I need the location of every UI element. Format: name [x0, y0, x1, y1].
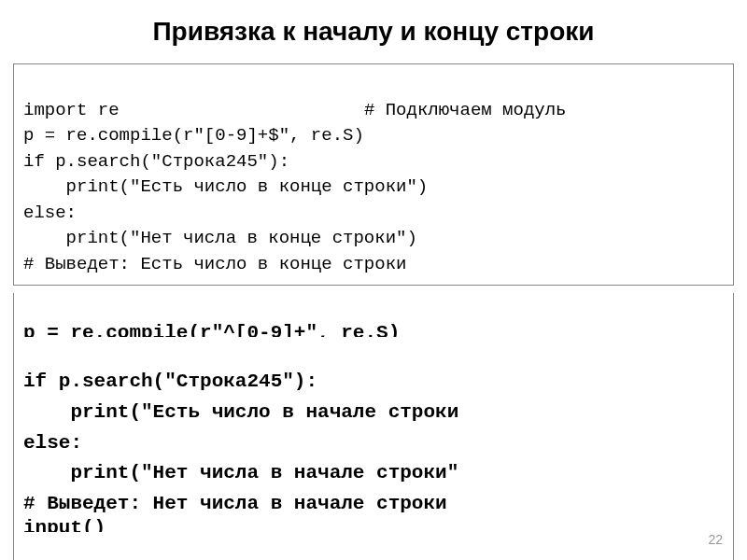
code-line: else:: [23, 203, 77, 223]
code-line: print("Нет числа в начале строки": [23, 462, 458, 483]
code-line: print("Есть число в начале строки: [23, 401, 458, 423]
code-line: p = re.compile(r"[0-9]+$", re.S): [23, 125, 364, 146]
code-line-cut: p = re.compile(r"^[0-9]+", re.S): [23, 322, 400, 337]
code-line: if p.search("Строка245"):: [23, 151, 289, 172]
code-block-1: import re # Подключаем модуль p = re.com…: [13, 63, 734, 286]
code-line: import re # Подключаем модуль: [23, 100, 567, 120]
code-line: print("Нет числа в конце строки"): [23, 228, 417, 248]
slide-title: Привязка к началу и концу строки: [0, 0, 747, 56]
code-line: else:: [23, 432, 82, 454]
code-line: # Выведет: Нет числа в начале строки: [23, 493, 447, 514]
code-block-2: p = re.compile(r"^[0-9]+", re.S) if p.se…: [13, 293, 734, 560]
page-number: 22: [708, 532, 723, 547]
code-line-cut: input(): [23, 517, 106, 532]
code-line: print("Есть число в конце строки"): [23, 176, 428, 197]
code-line: if p.search("Строка245"):: [23, 371, 317, 392]
code-line: # Выведет: Есть число в конце строки: [23, 254, 406, 274]
